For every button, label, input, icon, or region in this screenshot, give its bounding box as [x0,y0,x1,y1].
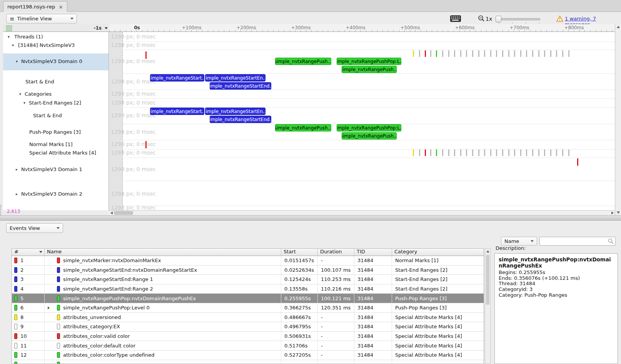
timeline-horizontal-scrollbar[interactable] [109,210,615,215]
event-mark-tick[interactable] [448,50,449,57]
chevron-right-icon[interactable]: ▸ [16,166,18,173]
table-row[interactable]: 8attributes_unversioned0.486667s-31484Sp… [12,313,484,322]
event-mark-tick[interactable] [508,150,509,156]
event-mark-tick[interactable] [532,150,533,156]
event-mark-tick[interactable] [145,141,147,148]
event-mark-tick[interactable] [145,52,147,59]
event-mark-tick[interactable] [502,50,503,57]
chevron-down-icon[interactable]: ▾ [19,90,21,98]
event-mark-tick[interactable] [425,50,426,57]
tree-item-nvtxsimplev3-domain-1[interactable]: NvtxSimpleV3 Domain 1▸ [21,166,82,173]
table-row[interactable]: 3simple_nvtxRangeStartEnd:Range 10.12542… [12,275,484,284]
nvtx-range-bar[interactable]: simple_nvtxRangePush... [342,66,397,73]
scroll-up-icon[interactable] [616,25,621,29]
event-mark-tick[interactable] [484,150,485,156]
table-row[interactable]: 2simple_nvtxRangeStartEnd:nvtxDomainRang… [12,266,484,275]
event-mark-tick[interactable] [550,50,551,57]
chevron-down-icon[interactable]: ▾ [16,58,18,65]
nvtx-range-bar[interactable]: simple_nvtxRangeStartEn... [205,74,265,81]
event-mark-tick[interactable] [454,150,455,156]
event-mark-tick[interactable] [419,150,420,156]
scroll-right-icon[interactable] [610,211,615,215]
tree-item-start-end-ranges-2[interactable]: Start-End Ranges [2]▾ [29,99,81,107]
nvtx-range-bar[interactable]: simple_nvtxRangePush... [275,124,331,131]
event-mark-tick[interactable] [442,150,443,156]
splitter-handle[interactable] [0,205,2,216]
event-mark-tick[interactable] [544,150,545,156]
table-row[interactable]: 12attributes_color:colorType undefined0.… [12,351,484,360]
event-mark-tick[interactable] [532,50,533,57]
tree-item-categories[interactable]: Categories▾ [25,90,52,98]
event-mark-tick[interactable] [478,50,479,57]
event-mark-tick[interactable] [556,150,557,156]
event-mark-tick[interactable] [508,50,509,57]
tree-item-start-end[interactable]: Start & End [25,78,54,86]
event-mark-tick[interactable] [472,50,473,57]
nvtx-range-bar[interactable]: simple_nvtxRangePushPop:L... [337,58,401,65]
event-mark-tick[interactable] [520,50,521,57]
tree-item-31484-nvtxsimplev3[interactable]: [31484] NvtxSimpleV3▾ [18,42,75,49]
event-mark-tick[interactable] [562,150,563,156]
event-mark-tick[interactable] [526,50,527,57]
tree-item-normal-marks-1[interactable]: Normal Marks [1] [29,141,73,148]
search-input[interactable] [539,237,616,246]
tree-item-push-pop-ranges-3[interactable]: Push-Pop Ranges [3] [29,128,81,136]
expand-row-control[interactable] [48,306,57,309]
event-mark-tick[interactable] [442,50,443,57]
event-mark-tick[interactable] [538,150,539,156]
event-mark-tick[interactable] [436,50,437,57]
nvtx-range-bar[interactable]: simple_nvtxRangePush... [275,58,331,65]
table-row[interactable]: 10attributes_color:valid color0.506931s-… [12,332,484,341]
event-mark-tick[interactable] [430,50,431,57]
nvtx-range-bar[interactable]: simple_nvtxRangeStartEn... [205,108,265,115]
nvtx-range-bar[interactable]: simple_nvtxRangeStart... [150,108,204,115]
event-mark-tick[interactable] [562,50,563,57]
event-mark-tick[interactable] [520,150,521,156]
chevron-right-icon[interactable]: ▸ [16,190,18,198]
event-mark-tick[interactable] [514,50,515,57]
event-mark-tick[interactable] [490,50,491,57]
event-mark-tick[interactable] [436,150,437,156]
filter-field-dropdown[interactable]: Name [501,237,537,246]
event-mark-tick[interactable] [466,50,467,57]
column-header-category[interactable]: Category [392,249,484,256]
table-row[interactable] [12,360,484,364]
event-mark-tick[interactable] [419,50,420,57]
event-mark-tick[interactable] [460,50,461,57]
tree-item-nvtxsimplev3-domain-2[interactable]: NvtxSimpleV3 Domain 2▸ [21,190,82,198]
column-header-name[interactable]: Name [45,249,281,256]
chevron-down-icon[interactable]: ▾ [12,42,14,49]
event-mark-tick[interactable] [544,50,545,57]
panel-divider[interactable] [0,215,621,221]
nvtx-range-bar[interactable]: simple_nvtxRangePushPop:L... [337,124,401,131]
event-mark-tick[interactable] [466,150,467,156]
table-scroll-thumb[interactable] [486,255,489,305]
nvtx-range-bar[interactable]: simple_nvtxRangePush... [342,132,397,140]
scroll-up-icon[interactable] [485,249,490,254]
event-mark-tick[interactable] [454,50,455,57]
tree-item-nvtxsimplev3-domain-0[interactable]: NvtxSimpleV3 Domain 0▾ [21,58,82,65]
column-header-tid[interactable]: TID [354,249,392,256]
event-mark-tick[interactable] [538,50,539,57]
event-mark-tick[interactable] [496,150,497,156]
event-mark-tick[interactable] [430,150,431,156]
event-mark-tick[interactable] [514,150,515,156]
nvtx-range-bar[interactable]: simple_nvtxRangeStartEnd... [210,82,271,90]
events-table-scrollbar[interactable] [485,248,491,364]
chevron-down-icon[interactable]: ▾ [23,99,25,107]
event-mark-tick[interactable] [556,50,557,57]
event-mark-tick[interactable] [502,150,503,156]
event-mark-tick[interactable] [448,150,449,156]
event-mark-tick[interactable] [568,150,569,156]
table-row[interactable]: 11attributes_color:default color0.51706s… [12,341,484,351]
event-mark-tick[interactable] [577,158,578,166]
column-header-start[interactable]: Start [281,249,318,256]
table-row[interactable]: 1simple_nvtxMarker:nvtxDomainMarkEx0.015… [12,256,484,266]
scroll-down-icon[interactable] [616,210,621,215]
event-mark-tick[interactable] [490,150,491,156]
table-row[interactable]: 5simple_nvtxRangePushPop:nvtxDomainRange… [12,294,484,303]
event-mark-tick[interactable] [472,150,473,156]
timeline-vertical-scrollbar[interactable] [615,24,621,215]
tree-item-threads-1[interactable]: Threads (1)▾ [14,33,43,41]
event-mark-tick[interactable] [550,150,551,156]
